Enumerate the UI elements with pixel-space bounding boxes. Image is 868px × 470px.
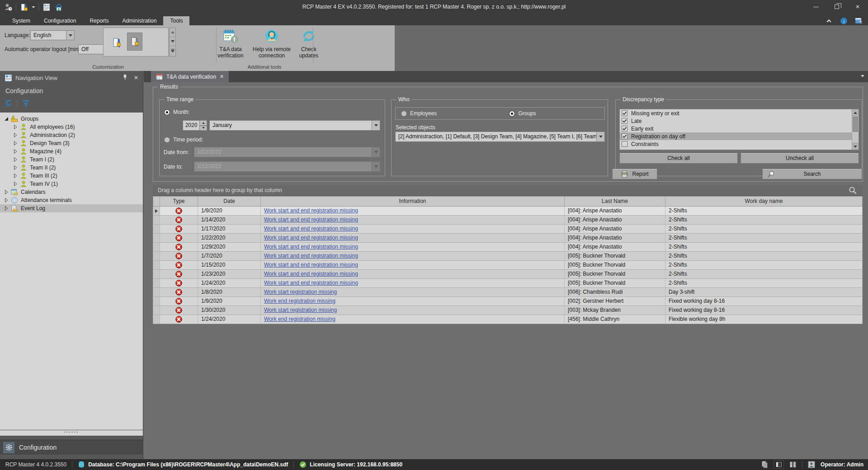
expander-collapsed-icon[interactable] — [13, 174, 19, 178]
expander-collapsed-icon[interactable] — [13, 149, 19, 154]
table-row[interactable]: 1/30/2020Work start registration missing… — [153, 306, 863, 315]
splitter-handle[interactable]: ······ — [0, 430, 143, 436]
information-link[interactable]: Work start and end registration missing — [264, 216, 358, 223]
discrepancy-item-constraints[interactable]: Constraints — [620, 140, 852, 148]
scroll-up-icon[interactable] — [170, 28, 175, 37]
language-select[interactable]: English — [30, 30, 75, 40]
menu-tab-configuration[interactable]: Configuration — [37, 16, 83, 25]
layout-columns-icon[interactable] — [789, 461, 797, 468]
expander-collapsed-icon[interactable] — [13, 157, 19, 162]
pin-icon[interactable] — [123, 74, 127, 81]
month-select[interactable]: January — [209, 120, 380, 131]
year-value[interactable]: 2020 — [183, 120, 200, 131]
checkbox-unchecked-icon[interactable] — [622, 141, 627, 147]
expander-collapsed-icon[interactable] — [4, 190, 9, 194]
tool-t-a-data-verification-button[interactable]: T&A data verification — [212, 28, 250, 59]
checkbox-checked-icon[interactable] — [622, 118, 627, 124]
theme-listbox[interactable] — [103, 28, 169, 56]
scroll-up-icon[interactable] — [852, 109, 859, 116]
tree-item-team-iii-2[interactable]: Team III (2) — [0, 172, 143, 180]
information-link[interactable]: Work start and end registration missing — [264, 235, 358, 241]
dropdown-arrow-icon[interactable] — [66, 31, 74, 40]
tree-item-magazine-4[interactable]: Magazine (4) — [0, 147, 143, 155]
table-row[interactable]: 1/9/2020Work start and end registration … — [153, 207, 863, 216]
tab-list-chevron-icon[interactable] — [861, 75, 864, 77]
maximize-button[interactable] — [826, 0, 847, 14]
table-row[interactable]: 1/15/2020Work start and end registration… — [153, 261, 863, 270]
tool-check-updates-button[interactable]: Check updates — [294, 28, 324, 59]
chevron-down-icon[interactable] — [32, 6, 35, 8]
tree-item-groups[interactable]: Groups — [0, 115, 143, 123]
information-link[interactable]: Work start and end registration missing — [264, 244, 358, 250]
discrepancy-item-missing-entry-or-exit[interactable]: Missing entry or exit — [620, 109, 852, 117]
tab-ta-data-verification[interactable]: T&A data verification ✕ — [151, 71, 229, 82]
tree-item-administraction-2[interactable]: Administraction (2) — [0, 131, 143, 139]
info-icon[interactable]: i — [840, 17, 848, 25]
nav-bottom-bar[interactable]: Configuration — [0, 440, 143, 455]
window-layout-icon[interactable] — [855, 17, 863, 25]
checklist-scrollbar[interactable] — [852, 109, 859, 150]
menu-tab-system[interactable]: System — [5, 16, 37, 25]
checkbox-checked-icon[interactable] — [622, 133, 627, 139]
table-row[interactable]: 1/22/2020Work start and end registration… — [153, 234, 863, 243]
checkbox-checked-icon[interactable] — [622, 126, 627, 132]
information-link[interactable]: Work start registration missing — [264, 307, 337, 313]
spin-down-icon[interactable] — [200, 126, 207, 131]
report-list-icon[interactable] — [42, 3, 51, 12]
menu-tab-tools[interactable]: Tools — [163, 16, 189, 25]
expander-expanded-icon[interactable] — [4, 117, 9, 121]
column-header-work-day-name[interactable]: Work day name — [665, 197, 862, 206]
year-spinner[interactable]: 2020 — [183, 120, 207, 131]
dropdown-arrow-icon[interactable] — [596, 132, 604, 141]
theme-option-icon[interactable] — [109, 33, 124, 52]
menu-tab-administration[interactable]: Administration — [115, 16, 163, 25]
table-row[interactable]: 1/14/2020Work start and end registration… — [153, 216, 863, 225]
group-by-bar[interactable]: Drag a column header here to group by th… — [153, 185, 863, 196]
month-radio[interactable]: Month: — [164, 109, 190, 115]
report-button[interactable]: Report — [612, 169, 657, 179]
column-header-information[interactable]: Information — [261, 197, 565, 206]
column-header-last-name[interactable]: Last Name — [565, 197, 665, 206]
table-row[interactable]: 1/24/2020Work end registration missing[4… — [153, 315, 863, 324]
information-link[interactable]: Work start and end registration missing — [264, 207, 358, 214]
expander-collapsed-icon[interactable] — [4, 206, 9, 211]
selected-objects-select[interactable]: [2] Administraction, [1] Default, [3] De… — [395, 132, 605, 142]
home-icon[interactable] — [54, 3, 63, 12]
column-header-date[interactable]: Date — [198, 197, 261, 206]
scroll-down-icon[interactable] — [852, 143, 859, 150]
tree-item-calendars[interactable]: Calendars — [0, 188, 143, 196]
radio-off-icon[interactable] — [401, 111, 407, 117]
exit-door-icon[interactable] — [19, 3, 28, 12]
collapse-ribbon-icon[interactable] — [825, 17, 833, 25]
minimize-button[interactable]: — — [806, 0, 826, 14]
expander-collapsed-icon[interactable] — [13, 182, 19, 186]
operator-clock-icon[interactable] — [4, 3, 13, 12]
discrepancy-item-early-exit[interactable]: Early exit — [620, 125, 852, 132]
expander-collapsed-icon[interactable] — [4, 198, 9, 202]
column-header-type[interactable]: Type — [160, 197, 198, 206]
expander-collapsed-icon[interactable] — [13, 141, 19, 146]
search-button[interactable]: Search — [762, 169, 862, 179]
table-row[interactable]: 1/29/2020Work start and end registration… — [153, 243, 863, 252]
uncheck-all-button[interactable]: Uncheck all — [741, 153, 859, 164]
time-period-radio[interactable]: Time period: — [164, 136, 203, 143]
table-row[interactable]: 1/23/2020Work start and end registration… — [153, 270, 863, 279]
collapse-all-icon[interactable] — [22, 99, 30, 108]
information-link[interactable]: Work end registration missing — [264, 316, 335, 322]
expander-collapsed-icon[interactable] — [13, 165, 19, 170]
information-link[interactable]: Work start and end registration missing — [264, 280, 358, 286]
tab-close-icon[interactable]: ✕ — [220, 74, 224, 80]
close-button[interactable]: ✕ — [847, 0, 868, 14]
information-link[interactable]: Work end registration missing — [264, 298, 335, 304]
tool-help-via-remote-connection-button[interactable]: Help via remote connection — [250, 28, 294, 59]
copy-pages-icon[interactable] — [761, 461, 769, 468]
spin-up-icon[interactable] — [200, 120, 207, 126]
panel-toggle-icon[interactable] — [774, 461, 784, 469]
information-link[interactable]: Work start and end registration missing — [264, 262, 358, 268]
dropdown-arrow-icon[interactable] — [372, 121, 380, 130]
information-link[interactable]: Work start registration missing — [264, 289, 337, 295]
radio-off-icon[interactable] — [164, 137, 170, 143]
scroll-thumb[interactable] — [853, 117, 858, 132]
refresh-icon[interactable] — [5, 99, 13, 108]
close-panel-icon[interactable]: ✕ — [134, 75, 138, 81]
